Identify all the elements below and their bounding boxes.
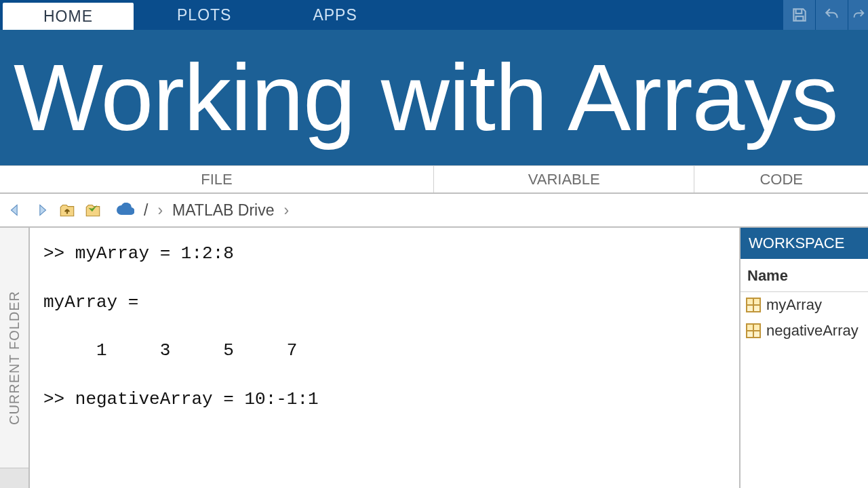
workspace-column-name[interactable]: Name — [741, 259, 868, 292]
workspace-var[interactable]: negativeArray — [741, 318, 868, 344]
tab-plots[interactable]: PLOTS — [136, 0, 272, 30]
browse-folder-icon[interactable] — [83, 200, 103, 220]
chevron-right-icon: › — [283, 201, 289, 220]
quick-access-toolbar — [783, 0, 868, 30]
save-icon[interactable] — [783, 0, 815, 30]
workspace-panel: WORKSPACE Name myArray negativeArray — [739, 228, 868, 488]
section-file: FILE — [0, 166, 434, 192]
nav-back-icon[interactable] — [5, 200, 26, 220]
chevron-right-icon: › — [157, 201, 163, 220]
cloud-icon — [115, 203, 134, 218]
section-variable: VARIABLE — [434, 166, 694, 192]
section-code: CODE — [694, 166, 868, 192]
ribbon-sections: FILE VARIABLE CODE — [0, 165, 868, 194]
up-folder-icon[interactable] — [57, 200, 77, 220]
cmd-line: >> myArray = 1:2:8 — [43, 240, 726, 268]
video-title-overlay: Working with Arrays — [0, 30, 868, 165]
variable-icon — [746, 298, 761, 312]
main-area: CURRENT FOLDER >> myArray = 1:2:8 myArra… — [0, 228, 868, 488]
tab-home[interactable]: HOME — [3, 3, 134, 30]
panel-drag-handle[interactable] — [0, 468, 28, 488]
workspace-var-name: myArray — [766, 296, 822, 314]
workspace-title: WORKSPACE — [741, 228, 868, 259]
cmd-line: >> negativeArray = 10:-1:1 — [43, 386, 726, 414]
current-folder-panel[interactable]: CURRENT FOLDER — [0, 228, 30, 488]
breadcrumb[interactable]: / › MATLAB Drive › — [115, 201, 289, 220]
ribbon-tabs: HOME PLOTS APPS — [0, 0, 868, 30]
undo-icon[interactable] — [815, 0, 848, 30]
command-window[interactable]: >> myArray = 1:2:8 myArray = 1 3 5 7 >> … — [30, 228, 739, 488]
breadcrumb-folder[interactable]: MATLAB Drive — [172, 201, 274, 220]
nav-forward-icon[interactable] — [31, 200, 52, 220]
workspace-var-name: negativeArray — [766, 322, 859, 340]
current-folder-label: CURRENT FOLDER — [7, 291, 22, 425]
cmd-output: myArray = — [43, 289, 726, 317]
path-toolbar: / › MATLAB Drive › — [0, 194, 868, 228]
variable-icon — [746, 323, 761, 338]
tab-apps[interactable]: APPS — [272, 0, 397, 30]
cmd-output: 1 3 5 7 — [43, 337, 726, 365]
redo-icon[interactable] — [848, 0, 868, 30]
workspace-var[interactable]: myArray — [741, 292, 868, 318]
breadcrumb-root: / — [144, 201, 148, 220]
